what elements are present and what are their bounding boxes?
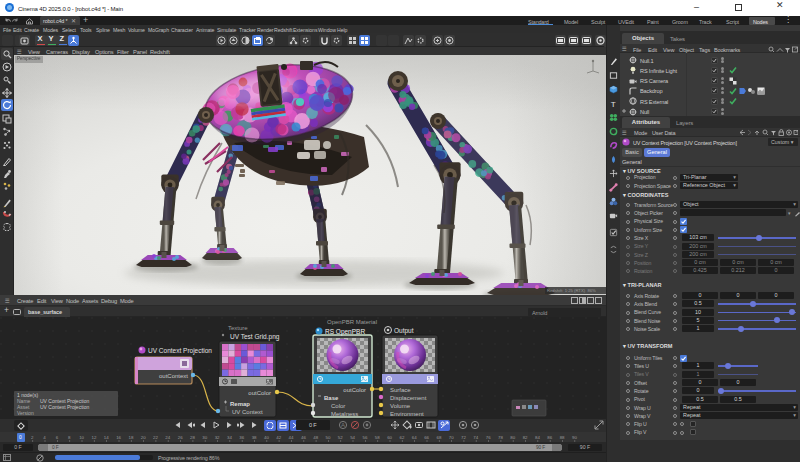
svg-text:62: 62 bbox=[399, 435, 404, 440]
svg-text:Displacement: Displacement bbox=[390, 395, 427, 401]
svg-text:10: 10 bbox=[79, 435, 84, 440]
svg-text:54: 54 bbox=[350, 435, 355, 440]
svg-text:UV Context Projection: UV Context Projection bbox=[148, 347, 212, 355]
svg-text:36: 36 bbox=[239, 435, 244, 440]
svg-text:50: 50 bbox=[326, 435, 331, 440]
svg-text:88: 88 bbox=[560, 435, 565, 440]
svg-text:Color: Color bbox=[331, 403, 345, 409]
svg-text:RS OpenPBR: RS OpenPBR bbox=[325, 328, 365, 336]
svg-text:56: 56 bbox=[363, 435, 368, 440]
svg-text:UV Context: UV Context bbox=[232, 409, 263, 415]
svg-text:outColor: outColor bbox=[343, 387, 366, 393]
svg-text:T: T bbox=[611, 100, 616, 108]
svg-text:26: 26 bbox=[178, 435, 183, 440]
svg-text:42: 42 bbox=[276, 435, 281, 440]
svg-text:12: 12 bbox=[91, 435, 96, 440]
svg-text:90: 90 bbox=[572, 435, 577, 440]
svg-text:80: 80 bbox=[510, 435, 515, 440]
svg-text:28: 28 bbox=[190, 435, 195, 440]
svg-text:16: 16 bbox=[116, 435, 121, 440]
svg-text:Environment: Environment bbox=[390, 411, 424, 417]
svg-text:58: 58 bbox=[375, 435, 380, 440]
svg-text:14: 14 bbox=[104, 435, 109, 440]
svg-text:86: 86 bbox=[547, 435, 552, 440]
svg-text:76: 76 bbox=[486, 435, 491, 440]
svg-text:66: 66 bbox=[424, 435, 429, 440]
svg-text:34: 34 bbox=[227, 435, 232, 440]
svg-text:outContext: outContext bbox=[159, 373, 188, 379]
svg-text:Volume: Volume bbox=[390, 403, 411, 409]
svg-text:60: 60 bbox=[387, 435, 392, 440]
svg-text:6: 6 bbox=[56, 435, 59, 440]
svg-text:Metalness: Metalness bbox=[331, 411, 358, 417]
svg-text:68: 68 bbox=[436, 435, 441, 440]
svg-text:48: 48 bbox=[313, 435, 318, 440]
svg-text:2: 2 bbox=[31, 435, 34, 440]
svg-text:4: 4 bbox=[43, 435, 46, 440]
svg-text:32: 32 bbox=[215, 435, 220, 440]
svg-text:Output: Output bbox=[394, 327, 414, 335]
svg-text:82: 82 bbox=[523, 435, 528, 440]
svg-text:72: 72 bbox=[461, 435, 466, 440]
svg-text:30: 30 bbox=[202, 435, 207, 440]
svg-text:A: A bbox=[341, 422, 345, 428]
svg-text:outColor: outColor bbox=[248, 390, 271, 396]
svg-text:40: 40 bbox=[264, 435, 269, 440]
svg-text:70: 70 bbox=[449, 435, 454, 440]
svg-text:20: 20 bbox=[141, 435, 146, 440]
svg-text:44: 44 bbox=[289, 435, 294, 440]
svg-text:Version: Version bbox=[17, 410, 34, 416]
svg-text:Surface: Surface bbox=[390, 387, 411, 393]
svg-text:38: 38 bbox=[252, 435, 257, 440]
svg-text:8: 8 bbox=[68, 435, 71, 440]
svg-text:Base: Base bbox=[324, 395, 339, 401]
svg-text:84: 84 bbox=[535, 435, 540, 440]
svg-text:74: 74 bbox=[473, 435, 478, 440]
svg-text:64: 64 bbox=[412, 435, 417, 440]
svg-text:24: 24 bbox=[165, 435, 170, 440]
svg-text:OpenPBR Material: OpenPBR Material bbox=[327, 319, 377, 325]
svg-text:Remap: Remap bbox=[230, 401, 250, 407]
svg-text:18: 18 bbox=[128, 435, 133, 440]
svg-text:46: 46 bbox=[301, 435, 306, 440]
svg-text:52: 52 bbox=[338, 435, 343, 440]
svg-text:Texture: Texture bbox=[228, 325, 248, 331]
svg-text:UV Context Projection: UV Context Projection bbox=[40, 404, 89, 410]
svg-text:78: 78 bbox=[498, 435, 503, 440]
svg-text:22: 22 bbox=[153, 435, 158, 440]
svg-text:UV Test Grid.png: UV Test Grid.png bbox=[230, 333, 280, 341]
